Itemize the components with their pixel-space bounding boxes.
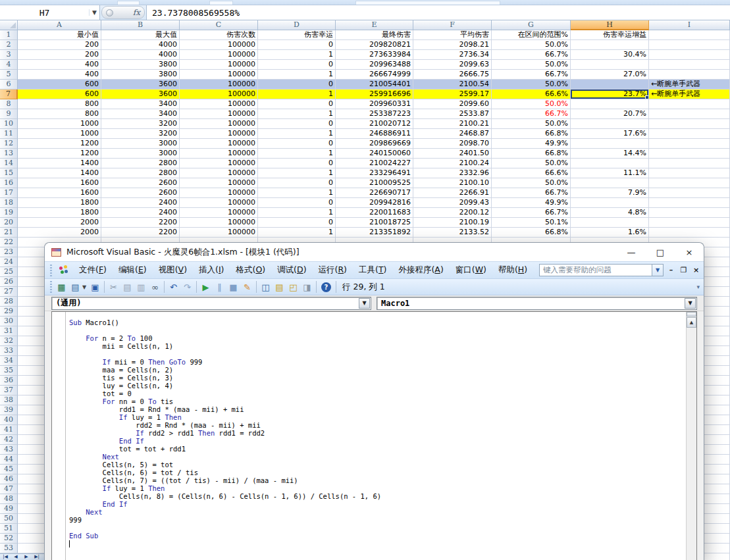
cell-H16[interactable] — [571, 178, 649, 188]
cell-A3[interactable]: 200 — [18, 50, 101, 60]
menu-item-0[interactable]: 文件(F) — [73, 262, 113, 278]
view-object-icon-dropdown[interactable]: ▼ — [82, 284, 88, 290]
column-header-A[interactable]: A — [18, 20, 101, 30]
row-header-21[interactable]: 21 — [0, 228, 18, 238]
cell-H20[interactable] — [571, 218, 649, 228]
cell-H15[interactable]: 11.1% — [571, 168, 649, 178]
cell-E12[interactable]: 209869669 — [336, 139, 413, 149]
cell-G16[interactable]: 50.0% — [492, 178, 571, 188]
vba-close-button[interactable]: × — [675, 243, 704, 261]
cell-A10[interactable]: 1000 — [18, 119, 101, 129]
name-box[interactable]: H7 ▼ — [0, 5, 100, 20]
column-header-F[interactable]: F — [413, 20, 492, 30]
vba-maximize-button[interactable]: □ — [646, 243, 675, 261]
last-sheet-button[interactable]: ▶| — [32, 554, 42, 560]
code-vertical-scrollbar[interactable]: ▲ — [686, 312, 696, 560]
object-browser-icon[interactable]: ◰ — [286, 280, 300, 293]
cell-C1[interactable]: 伤害次数 — [180, 30, 258, 40]
cell-E3[interactable]: 273633984 — [336, 50, 413, 60]
cell-G18[interactable]: 49.9% — [492, 198, 571, 208]
select-all-corner[interactable] — [0, 20, 18, 30]
vba-minimize-button[interactable]: — — [617, 243, 646, 261]
cell-G8[interactable]: 50.0% — [492, 99, 571, 109]
cell-I20[interactable] — [649, 218, 730, 228]
cell-E16[interactable]: 210009525 — [336, 178, 413, 188]
row-header-30[interactable]: 30 — [0, 317, 18, 326]
cell-E21[interactable]: 213351892 — [336, 228, 413, 238]
row-header-46[interactable]: 46 — [0, 474, 18, 484]
column-header-B[interactable]: B — [101, 20, 180, 30]
cell-F2[interactable]: 2098.21 — [413, 40, 492, 50]
cell-I6[interactable]: ←断腕单手武器 — [649, 80, 730, 89]
row-header-51[interactable]: 51 — [0, 524, 18, 534]
cell-G5[interactable]: 66.7% — [492, 70, 571, 80]
cell-B21[interactable]: 2200 — [101, 228, 180, 238]
code-margin-indicator-bar[interactable] — [52, 312, 66, 560]
cell-C21[interactable]: 100000 — [180, 228, 258, 238]
cell-E17[interactable]: 226690717 — [336, 188, 413, 198]
cell-B15[interactable]: 2800 — [101, 168, 180, 178]
cell-D21[interactable]: 1 — [258, 228, 336, 238]
help-search-dropdown-icon[interactable]: ▼ — [652, 264, 664, 276]
cell-G6[interactable]: 50.0% — [492, 80, 571, 89]
cell-G4[interactable]: 50.0% — [492, 60, 571, 70]
cell-C17[interactable]: 100000 — [180, 188, 258, 198]
cell-I15[interactable] — [649, 168, 730, 178]
cell-B8[interactable]: 3400 — [101, 99, 180, 109]
cell-H1[interactable]: 伤害幸运增益 — [571, 30, 649, 40]
menu-item-1[interactable]: 编辑(E) — [113, 262, 153, 278]
cell-I18[interactable] — [649, 198, 730, 208]
cell-C2[interactable]: 100000 — [180, 40, 258, 50]
cell-A7[interactable]: 600 — [18, 89, 101, 99]
cell-F13[interactable]: 2401.50 — [413, 149, 492, 159]
row-header-22[interactable]: 22 — [0, 238, 18, 247]
cell-C15[interactable]: 100000 — [180, 168, 258, 178]
row-header-31[interactable]: 31 — [0, 326, 18, 336]
cell-D20[interactable]: 0 — [258, 218, 336, 228]
row-header-37[interactable]: 37 — [0, 386, 18, 395]
cell-E13[interactable]: 240150060 — [336, 149, 413, 159]
cell-G11[interactable]: 66.8% — [492, 129, 571, 139]
cell-A13[interactable]: 1200 — [18, 149, 101, 159]
menu-item-10[interactable]: 帮助(H) — [492, 262, 533, 278]
cell-I16[interactable] — [649, 178, 730, 188]
cell-H17[interactable]: 7.9% — [571, 188, 649, 198]
mdi-close-button[interactable]: × — [691, 265, 701, 276]
cell-H3[interactable]: 30.4% — [571, 50, 649, 60]
cell-D13[interactable]: 1 — [258, 149, 336, 159]
cell-G12[interactable]: 49.9% — [492, 139, 571, 149]
row-header-8[interactable]: 8 — [0, 99, 18, 109]
cell-G15[interactable]: 66.6% — [492, 168, 571, 178]
cell-B17[interactable]: 2600 — [101, 188, 180, 198]
cell-A21[interactable]: 2000 — [18, 228, 101, 238]
cell-H21[interactable]: 1.6% — [571, 228, 649, 238]
cell-B20[interactable]: 2200 — [101, 218, 180, 228]
cell-H8[interactable] — [571, 99, 649, 109]
cell-G13[interactable]: 66.8% — [492, 149, 571, 159]
cell-A11[interactable]: 1000 — [18, 129, 101, 139]
cell-E15[interactable]: 233296491 — [336, 168, 413, 178]
cell-H11[interactable]: 17.6% — [571, 129, 649, 139]
cell-H5[interactable]: 27.0% — [571, 70, 649, 80]
cell-D12[interactable]: 0 — [258, 139, 336, 149]
cell-C13[interactable]: 100000 — [180, 149, 258, 159]
cell-D15[interactable]: 1 — [258, 168, 336, 178]
row-header-44[interactable]: 44 — [0, 455, 18, 465]
cell-F21[interactable]: 2133.52 — [413, 228, 492, 238]
scroll-up-icon[interactable]: ▲ — [687, 317, 696, 328]
cell-C7[interactable]: 100000 — [180, 89, 258, 99]
cell-I3[interactable] — [649, 50, 730, 60]
cell-F1[interactable]: 平均伤害 — [413, 30, 492, 40]
cell-G2[interactable]: 50.0% — [492, 40, 571, 50]
cell-A16[interactable]: 1600 — [18, 178, 101, 188]
menu-item-2[interactable]: 视图(V) — [153, 262, 193, 278]
cell-C4[interactable]: 100000 — [180, 60, 258, 70]
row-header-42[interactable]: 42 — [0, 435, 18, 445]
cell-I13[interactable] — [649, 149, 730, 159]
save-icon[interactable]: ▣ — [88, 280, 102, 293]
cell-B12[interactable]: 3000 — [101, 139, 180, 149]
cell-E5[interactable]: 266674999 — [336, 70, 413, 80]
cell-D4[interactable]: 0 — [258, 60, 336, 70]
row-header-2[interactable]: 2 — [0, 40, 18, 50]
cell-D5[interactable]: 1 — [258, 70, 336, 80]
